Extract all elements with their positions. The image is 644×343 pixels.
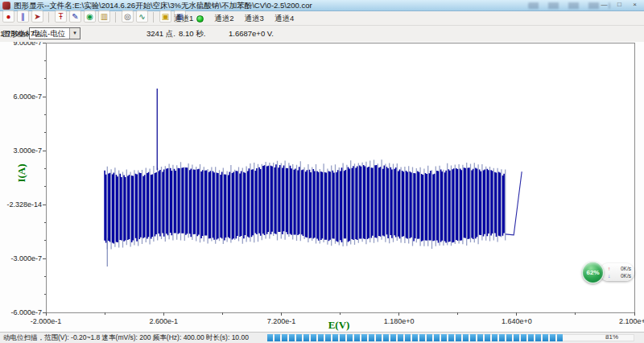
- svg-text:2.600e-1: 2.600e-1: [149, 317, 178, 325]
- channel-3-toggle[interactable]: 通道3: [245, 14, 264, 24]
- upload-arrow-icon: ↑: [608, 265, 610, 272]
- svg-text:3.000e-7: 3.000e-7: [13, 147, 42, 155]
- close-button[interactable]: ×: [627, 0, 642, 10]
- progress-segment: [456, 334, 461, 341]
- progress-segment: [303, 334, 309, 341]
- progress-segment: [412, 334, 418, 341]
- channel-1-toggle[interactable]: 通道1: [174, 14, 204, 24]
- continue-icon-button[interactable]: ➤: [31, 10, 43, 23]
- progress-percent-label: 81%: [605, 333, 618, 341]
- potential-reading: 1.6687e+0 V.: [229, 26, 274, 42]
- progress-segment: [485, 334, 490, 341]
- svg-text:-2.000e-1: -2.000e-1: [31, 317, 62, 325]
- progress-segment: [398, 334, 403, 341]
- progress-segment: [311, 334, 316, 341]
- progress-segment: [506, 334, 512, 341]
- progress-segment: [376, 334, 382, 341]
- svg-text:9.000e-7: 9.000e-7: [13, 42, 42, 47]
- progress-segment: [463, 334, 469, 341]
- title-bar: 图形显示--文件名:E:\实验\2014.6.26开始\空床\3%无水硫酸钠\不…: [0, 0, 644, 11]
- progress-segment: [514, 334, 519, 341]
- channel-label: 通道3: [245, 14, 264, 24]
- scan-progress-bar: [267, 334, 634, 341]
- progress-segment: [369, 334, 374, 341]
- progress-segment: [296, 334, 302, 341]
- progress-segment: [405, 334, 411, 341]
- progress-segment: [419, 334, 425, 341]
- channel-label: 通道4: [275, 14, 294, 24]
- cv-plot-area[interactable]: 9.000e-76.000e-73.000e-7-2.328e-14-3.000…: [0, 42, 644, 332]
- progress-segment: [434, 334, 440, 341]
- time-reading: 8.10 秒.: [179, 26, 205, 42]
- progress-segment: [499, 334, 505, 341]
- svg-text:-2.328e-14: -2.328e-14: [6, 200, 42, 209]
- status-bar: 动电位扫描，范围(V): -0.20~1.8 速率(mV/s): 200 频率(…: [0, 332, 644, 343]
- download-speed: 0K/s: [621, 272, 631, 279]
- cv-plot-svg: 9.000e-76.000e-73.000e-7-2.328e-14-3.000…: [0, 42, 644, 333]
- channel-label: 通道1: [174, 14, 193, 24]
- progress-segment: [354, 334, 360, 341]
- progress-segment: [267, 334, 273, 341]
- progress-segment: [383, 334, 389, 341]
- channel-label: 通道2: [214, 14, 233, 24]
- progress-segment: [347, 334, 353, 341]
- download-arrow-icon: ↓: [608, 272, 610, 279]
- progress-segment: [325, 334, 331, 341]
- restore-button[interactable]: □: [612, 0, 627, 10]
- progress-segment: [340, 334, 345, 341]
- minimize-button[interactable]: —: [597, 0, 612, 10]
- progress-segment: [275, 334, 280, 341]
- progress-segment: [492, 334, 497, 341]
- progress-segment: [535, 334, 541, 341]
- scan-status-text: 动电位扫描，范围(V): -0.20~1.8 速率(mV/s): 200 频率(…: [3, 333, 249, 343]
- progress-segment: [470, 334, 476, 341]
- toolbar: ●∥➤Ŧ✎◉▥◎∿▣▦ 通道1通道2通道3通道4: [0, 11, 644, 26]
- channel-2-toggle[interactable]: 通道2: [214, 14, 233, 24]
- app-window: 图形显示--文件名:E:\实验\2014.6.26开始\空床\3%无水硫酸钠\不…: [0, 0, 644, 343]
- svg-text:2.100e+0: 2.100e+0: [619, 317, 644, 325]
- current-reading: 1.7390e-7 A.: [0, 26, 43, 42]
- progress-segment: [521, 334, 526, 341]
- progress-segment: [332, 334, 338, 341]
- probe-icon-button[interactable]: Ŧ: [55, 10, 67, 23]
- pause-icon-button[interactable]: ∥: [17, 10, 29, 23]
- zoom-icon-button[interactable]: ◎: [122, 10, 134, 23]
- app-icon: [2, 2, 10, 10]
- progress-segment: [557, 334, 563, 341]
- progress-segment: [289, 334, 295, 341]
- svg-text:I(A): I(A): [15, 163, 27, 182]
- channel-indicators: 通道1通道2通道3通道4: [174, 11, 304, 26]
- toolbar-icons: ●∥➤Ŧ✎◉▥◎∿▣▦: [0, 10, 186, 26]
- memory-percent-ball[interactable]: 62%: [582, 262, 604, 283]
- signal-view-icon-button[interactable]: ∿: [136, 10, 148, 23]
- svg-text:7.200e-1: 7.200e-1: [267, 317, 296, 325]
- lock-icon-button[interactable]: ▣: [159, 10, 171, 23]
- progress-segment: [390, 334, 396, 341]
- progress-segment: [543, 334, 548, 341]
- progress-segment: [441, 334, 447, 341]
- channel-active-indicator: [196, 15, 204, 23]
- chevron-down-icon[interactable]: ▼: [69, 28, 80, 39]
- progress-segment: [448, 334, 454, 341]
- upload-speed: 0K/s: [621, 265, 631, 272]
- points-reading: 3241 点.: [147, 26, 175, 42]
- progress-segment: [282, 334, 287, 341]
- progress-segment: [528, 334, 534, 341]
- toolbar-separator: [48, 12, 49, 23]
- svg-text:1.640e+0: 1.640e+0: [502, 317, 532, 325]
- start-run-icon-button[interactable]: ◉: [84, 10, 96, 23]
- toolbar-separator: [153, 12, 154, 23]
- window-title: 图形显示--文件名:E:\实验\2014.6.26开始\空床\3%无水硫酸钠\不…: [14, 0, 312, 11]
- speed-pill: ↑ 0K/s ↓ 0K/s: [600, 263, 634, 281]
- stop-icon-button[interactable]: ●: [2, 10, 14, 23]
- chart-view-icon-button[interactable]: ▥: [98, 10, 110, 23]
- control-row: 图形坐标 电流-电位 ▼ 3241 点. 8.10 秒. 1.6687e+0 V…: [0, 26, 644, 42]
- progress-segment: [550, 334, 555, 341]
- progress-segment: [361, 334, 367, 341]
- edit-pen-icon-button[interactable]: ✎: [69, 10, 81, 23]
- channel-4-toggle[interactable]: 通道4: [275, 14, 294, 24]
- speed-ball-widget[interactable]: ↑ 0K/s ↓ 0K/s 62%: [564, 259, 638, 288]
- svg-text:-6.000e-7: -6.000e-7: [10, 308, 42, 316]
- toolbar-separator: [115, 12, 116, 23]
- svg-text:6.000e-7: 6.000e-7: [13, 93, 42, 101]
